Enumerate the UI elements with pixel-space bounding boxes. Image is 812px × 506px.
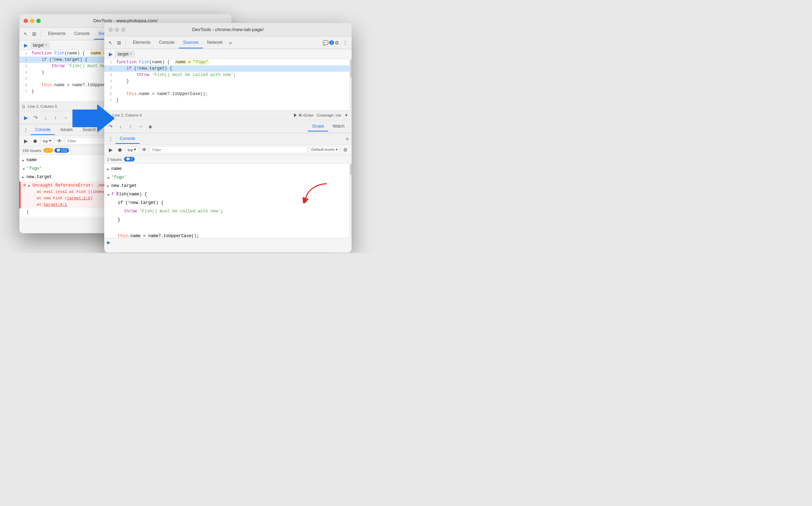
expand-fugu-front[interactable]: ◀ [107,175,109,181]
chat-icon-front: 💬 [323,40,329,46]
scope-tab-watch-front[interactable]: Watch [328,122,349,131]
chat-badge-front[interactable]: 💬 2 [325,39,332,46]
step-out-btn-front[interactable]: ↑ [127,123,134,130]
debug-toolbar-front: ↷ ↓ ↑ → ◈ Scope Watch [104,120,352,133]
step-into-btn-back[interactable]: ↓ [42,114,49,121]
file-tab-close-front[interactable]: × [130,52,132,56]
red-arrow-annotation [302,182,330,205]
file-tab-back[interactable]: target × [30,42,50,49]
expand-icon-1-back[interactable]: ▶ [22,158,24,164]
tab-sources-front[interactable]: Sources [179,37,203,48]
cursor-icon-back[interactable]: ↖ [22,30,29,37]
traffic-lights-back [24,19,41,23]
clear-console-icon-front[interactable]: ▶ [107,146,114,153]
scope-tab-scope-front[interactable]: Scope [308,122,328,131]
close-button-back[interactable] [24,19,28,23]
devtools-toolbar-front: ↖ ⊞ Elements Console Sources Network » 💬… [104,36,352,49]
console-dots-icon-back[interactable]: ⋮ [22,126,29,134]
status-position-front: Line 2, Column 5 [112,113,142,117]
level-select-front[interactable]: Default levels ▾ [310,146,340,153]
status-bar-front: {} Line 2, Column 5 ⌘+Enter Coverage: n/… [104,110,352,120]
file-tab-name-front: target [118,52,129,57]
context-label-front: top [128,148,133,152]
resume-btn-back[interactable]: ▶ [22,114,29,121]
cursor-icon-front[interactable]: ↖ [107,39,114,46]
coverage-text-front: Coverage: n/a [317,113,341,117]
step-over-btn-back[interactable]: ↷ [32,114,39,121]
minimize-button-front[interactable] [115,28,119,32]
console-item-empty-front [104,224,349,232]
issues-bar-front: 2 Issues: 💬 2 [104,155,352,164]
menu-dots-front[interactable]: ⋮ [342,39,349,46]
gear-icon-front[interactable]: ⚙ [333,39,340,46]
tab-elements-back[interactable]: Elements [44,28,70,40]
run-button-front[interactable]: ⌘+Enter [294,113,314,118]
code-line-2-front: 2 if (!new.target) { [104,65,349,72]
stop-icon-front[interactable]: ⏺ [116,146,123,153]
dropdown-arrow-front [134,149,136,151]
blue-badge-back: 💬 152 [54,148,69,153]
step-btn-back[interactable]: → [62,114,69,121]
panel-icon-front[interactable]: ⊞ [116,39,123,46]
maximize-button-back[interactable] [36,19,41,23]
maximize-button-front[interactable] [121,28,125,32]
filter-input-front[interactable] [150,146,307,153]
console-item-throw-front: ▶ throw 'Fish() must be called with new'… [104,207,349,216]
breakpoints-btn-front[interactable]: ◈ [147,123,154,130]
expand-footer-front[interactable]: ▶ [107,240,110,245]
tab-console-front[interactable]: Console [155,37,179,48]
expand-fish-front[interactable]: ◀ [107,192,109,198]
minimize-button-back[interactable] [30,19,34,23]
run-triangle-icon-front [294,113,297,117]
window-title-front: DevTools - chrome://new-tab-page/ [192,27,264,32]
code-line-4-front: 4 } [104,78,349,84]
tab-elements-front[interactable]: Elements [129,37,155,48]
close-button-front[interactable] [108,28,113,32]
code-line-5-front: 5 [104,84,349,91]
console-item-fugu-front: ◀ 'fugu' [104,173,349,182]
console-item-name-front: ▶ name [104,165,349,173]
console-dots-icon-front[interactable]: ⋮ [107,135,114,142]
coverage-settings-front[interactable]: ▼ [344,113,349,118]
stop-icon-back[interactable]: ⏺ [31,137,39,145]
traffic-lights-front [108,28,125,32]
console-tab-console-back[interactable]: Console [31,125,55,135]
code-editor-front: 1 function Fish(name) { name = "fugu" 2 … [104,59,349,110]
window-title-back: DevTools - www.photopea.com/ [93,18,158,23]
console-gear-front[interactable]: ⚙ [342,146,349,153]
file-tab-close-back[interactable]: × [45,43,47,47]
yellow-badge-back: ⚠ 4 [43,148,53,153]
tab-console-back[interactable]: Console [70,28,94,40]
curly-braces-icon-back: {} [22,104,25,108]
expand-icon-3-back[interactable]: ▶ [22,175,24,181]
console-section-front: ⋮ Console × ▶ ⏺ top 👁 Default levels ▾ ⚙… [104,133,352,246]
expand-newtarget-front[interactable]: ▶ [107,183,109,190]
context-selector-front[interactable]: top [125,147,139,153]
code-line-1-front: 1 function Fish(name) { name = "fugu" [104,59,349,65]
dropdown-arrow-back [49,140,52,142]
expand-icon-2-back[interactable]: ◀ [22,166,24,172]
context-selector-back[interactable]: top [41,138,54,144]
tab-bar-front: Elements Console Sources Network » [129,37,234,48]
more-tabs-icon-front[interactable]: » [227,39,234,46]
file-tab-front[interactable]: target × [115,51,135,58]
expand-name-front[interactable]: ▶ [107,166,109,173]
console-item-thisname-front: ▶ this.name = name?.toUpperCase(); [104,232,349,238]
step-out-btn-back[interactable]: ↑ [52,114,59,121]
toolbar-separator-back [41,30,41,37]
run-icon-front[interactable]: ▶ [107,51,114,58]
clear-console-icon-back[interactable]: ▶ [22,137,29,145]
eye-icon-front[interactable]: 👁 [141,146,148,153]
step-into-btn-front[interactable]: ↓ [117,123,124,130]
panel-icon-back[interactable]: ⊞ [31,30,38,37]
console-tab-front[interactable]: Console [116,134,140,144]
expand-error-back[interactable]: ▶ [28,183,30,189]
run-icon-back[interactable]: ▶ [22,42,29,49]
tab-network-front[interactable]: Network [203,37,227,48]
titlebar-front: DevTools - chrome://new-tab-page/ [104,23,352,36]
step-btn-front[interactable]: → [137,123,144,130]
scope-tabs-front: Scope Watch [308,122,349,131]
eye-icon-back[interactable]: 👁 [56,137,63,145]
file-tabbar-front: ▶ target × [104,49,352,59]
close-console-button-front[interactable]: × [346,136,349,142]
